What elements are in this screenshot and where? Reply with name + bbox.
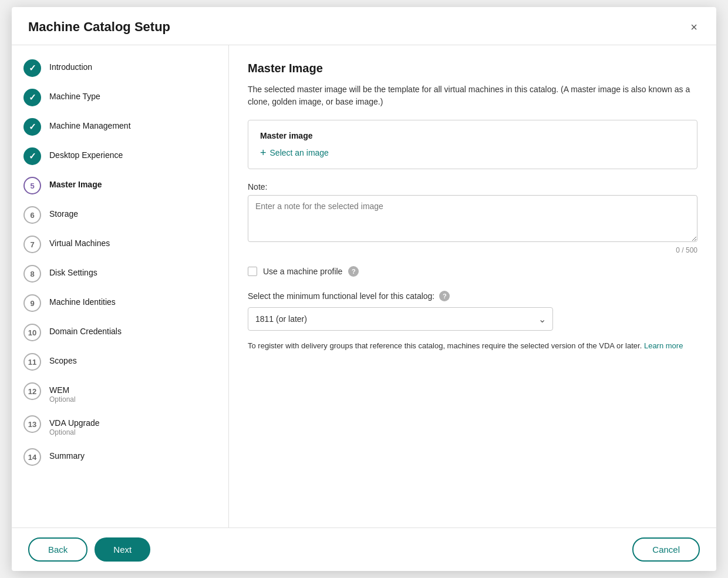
sidebar-step-9[interactable]: 9Machine Identities bbox=[23, 294, 217, 312]
step-label-12: WEM bbox=[49, 382, 76, 395]
sidebar-step-1[interactable]: ✓Introduction bbox=[23, 59, 217, 77]
sidebar-step-12[interactable]: 12WEMOptional bbox=[23, 382, 217, 404]
functional-level-dropdown-wrapper: 1811 (or later)2106 (or later)2203 (or l… bbox=[248, 307, 553, 331]
sidebar-step-11[interactable]: 11Scopes bbox=[23, 353, 217, 371]
step-label-4: Desktop Experience bbox=[49, 147, 123, 160]
step-icon-14: 14 bbox=[23, 448, 41, 466]
step-icon-10: 10 bbox=[23, 324, 41, 341]
section-description: The selected master image will be the te… bbox=[248, 83, 697, 108]
step-label-2: Machine Type bbox=[49, 89, 100, 101]
cancel-button[interactable]: Cancel bbox=[632, 537, 700, 562]
machine-profile-row: Use a machine profile ? bbox=[248, 266, 697, 277]
sidebar-step-8[interactable]: 8Disk Settings bbox=[23, 265, 217, 283]
sidebar-step-13[interactable]: 13VDA UpgradeOptional bbox=[23, 415, 217, 436]
step-label-13: VDA Upgrade bbox=[49, 415, 100, 428]
step-label-1: Introduction bbox=[49, 59, 92, 72]
sidebar-step-10[interactable]: 10Domain Credentials bbox=[23, 324, 217, 341]
step-icon-11: 11 bbox=[23, 353, 41, 371]
sidebar-step-6[interactable]: 6Storage bbox=[23, 206, 217, 224]
step-icon-12: 12 bbox=[23, 382, 41, 400]
step-icon-9: 9 bbox=[23, 294, 41, 312]
dialog-body: ✓Introduction✓Machine Type✓Machine Manag… bbox=[12, 45, 716, 527]
step-label-6: Storage bbox=[49, 206, 78, 219]
functional-level-label: Select the minimum functional level for … bbox=[248, 291, 697, 301]
sidebar-step-3[interactable]: ✓Machine Management bbox=[23, 118, 217, 136]
master-image-label: Master image bbox=[260, 131, 685, 140]
step-icon-13: 13 bbox=[23, 415, 41, 433]
dialog-header: Machine Catalog Setup × bbox=[12, 7, 716, 45]
back-button[interactable]: Back bbox=[28, 537, 87, 562]
step-icon-2: ✓ bbox=[23, 89, 41, 106]
machine-profile-checkbox[interactable] bbox=[248, 267, 257, 276]
section-title: Master Image bbox=[248, 62, 697, 75]
step-icon-1: ✓ bbox=[23, 59, 41, 77]
plus-icon: + bbox=[260, 147, 267, 158]
machine-profile-help-icon[interactable]: ? bbox=[348, 266, 359, 277]
sidebar: ✓Introduction✓Machine Type✓Machine Manag… bbox=[12, 45, 229, 527]
step-label-10: Domain Credentials bbox=[49, 324, 122, 336]
functional-level-select[interactable]: 1811 (or later)2106 (or later)2203 (or l… bbox=[248, 307, 553, 331]
dialog-title: Machine Catalog Setup bbox=[28, 19, 170, 35]
note-label: Note: bbox=[248, 182, 697, 191]
step-icon-4: ✓ bbox=[23, 147, 41, 165]
note-textarea[interactable] bbox=[248, 195, 697, 242]
machine-profile-label: Use a machine profile bbox=[263, 267, 342, 276]
step-label-3: Machine Management bbox=[49, 118, 131, 130]
step-label-9: Machine Identities bbox=[49, 294, 116, 307]
sidebar-step-4[interactable]: ✓Desktop Experience bbox=[23, 147, 217, 165]
learn-more-link[interactable]: Learn more bbox=[644, 341, 683, 350]
master-image-box: Master image + Select an image bbox=[248, 120, 697, 169]
select-image-button[interactable]: + Select an image bbox=[260, 147, 329, 158]
machine-catalog-setup-dialog: Machine Catalog Setup × ✓Introduction✓Ma… bbox=[12, 7, 716, 571]
step-icon-5: 5 bbox=[23, 177, 41, 194]
dialog-footer: Back Next Cancel bbox=[12, 527, 716, 571]
step-label-7: Virtual Machines bbox=[49, 236, 110, 248]
step-label-14: Summary bbox=[49, 448, 85, 461]
next-button[interactable]: Next bbox=[95, 537, 150, 562]
step-icon-8: 8 bbox=[23, 265, 41, 283]
close-button[interactable]: × bbox=[688, 19, 700, 35]
step-icon-6: 6 bbox=[23, 206, 41, 224]
sidebar-step-7[interactable]: 7Virtual Machines bbox=[23, 236, 217, 253]
step-sublabel-13: Optional bbox=[49, 428, 100, 436]
step-sublabel-12: Optional bbox=[49, 395, 76, 404]
step-label-5: Master Image bbox=[49, 177, 102, 189]
step-label-11: Scopes bbox=[49, 353, 77, 365]
sidebar-step-5[interactable]: 5Master Image bbox=[23, 177, 217, 194]
vda-note: To register with delivery groups that re… bbox=[248, 340, 694, 352]
sidebar-step-14[interactable]: 14Summary bbox=[23, 448, 217, 466]
char-count: 0 / 500 bbox=[248, 246, 697, 254]
main-content: Master Image The selected master image w… bbox=[229, 45, 716, 527]
step-icon-3: ✓ bbox=[23, 118, 41, 136]
step-label-8: Disk Settings bbox=[49, 265, 97, 277]
functional-level-help-icon[interactable]: ? bbox=[439, 291, 450, 301]
select-image-label: Select an image bbox=[270, 148, 329, 157]
step-icon-7: 7 bbox=[23, 236, 41, 253]
footer-left: Back Next bbox=[28, 537, 150, 562]
sidebar-step-2[interactable]: ✓Machine Type bbox=[23, 89, 217, 106]
